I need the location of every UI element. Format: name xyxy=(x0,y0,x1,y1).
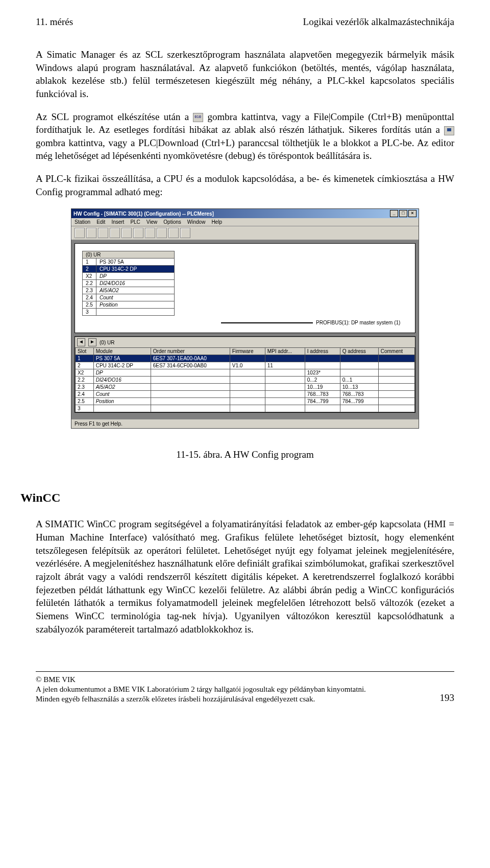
menu-item[interactable]: Help xyxy=(211,219,222,225)
menu-item[interactable]: Insert xyxy=(111,219,124,225)
close-icon[interactable]: × xyxy=(408,210,416,217)
toolbar-button[interactable] xyxy=(168,228,179,238)
maximize-icon[interactable]: □ xyxy=(399,210,407,217)
table-row[interactable]: 2.2DI24/DO160...20...1 xyxy=(76,377,415,384)
status-bar: Press F1 to get Help. xyxy=(71,419,419,428)
toolbar xyxy=(71,226,419,240)
rack-panel: (0) UR 1PS 307 5A2CPU 314C-2 DPX2DP2.2DI… xyxy=(75,243,415,333)
window-title: HW Config - [SIMATIC 300(1) (Configurati… xyxy=(74,211,214,217)
table-row[interactable]: X2DP1023* xyxy=(76,369,415,377)
table-row[interactable]: 3 xyxy=(83,309,175,316)
table-row[interactable]: 1PS 307 5A xyxy=(83,259,175,266)
scroll-right-icon[interactable]: ► xyxy=(88,338,96,346)
toolbar-button[interactable] xyxy=(180,228,190,238)
profibus-line-icon xyxy=(221,322,313,323)
page-number: 193 xyxy=(440,692,455,704)
table-row[interactable]: X2DP xyxy=(83,273,175,280)
paragraph-3: A PLC-k fizikai összeállítása, a CPU és … xyxy=(36,172,454,198)
paragraph-4: A SIMATIC WinCC program segítségével a f… xyxy=(36,518,454,636)
menu-item[interactable]: PLC xyxy=(130,219,140,225)
detail-panel: ◄ ► (0) UR SlotModuleOrder numberFirmwar… xyxy=(75,336,415,413)
window-titlebar[interactable]: HW Config - [SIMATIC 300(1) (Configurati… xyxy=(71,209,419,218)
module-table[interactable]: SlotModuleOrder numberFirmwareMPI addr..… xyxy=(75,347,415,412)
scroll-left-icon[interactable]: ◄ xyxy=(77,338,85,346)
table-row[interactable]: 2CPU 314C-2 DP6ES7 314-6CF00-0AB0V1.011 xyxy=(76,362,415,369)
profibus-label: PROFIBUS(1): DP master system (1) xyxy=(316,320,400,325)
table-row[interactable]: 2.4Count768...783768...783 xyxy=(76,391,415,398)
table-row[interactable]: 2.4Count xyxy=(83,294,175,301)
table-row[interactable]: 2.5Position xyxy=(83,301,175,309)
table-row[interactable]: 2.2DI24/DO16 xyxy=(83,280,175,287)
toolbar-button[interactable] xyxy=(110,228,120,238)
footer-line-2: A jelen dokumentumot a BME VIK Laboratór… xyxy=(36,685,454,694)
footer: © BME VIK A jelen dokumentumot a BME VIK… xyxy=(36,671,454,703)
footer-line-3: Minden egyéb felhasználás a szerzők előz… xyxy=(36,694,454,704)
paragraph-2: Az SCL programot elkészítése után a gomb… xyxy=(36,110,454,163)
compile-icon xyxy=(193,113,203,122)
menu-item[interactable]: Window xyxy=(187,219,206,225)
toolbar-button[interactable] xyxy=(121,228,132,238)
menu-item[interactable]: Options xyxy=(163,219,181,225)
toolbar-button[interactable] xyxy=(98,228,108,238)
menu-item[interactable]: Edit xyxy=(96,219,105,225)
toolbar-button[interactable] xyxy=(75,228,85,238)
table-row[interactable]: 2.3AI5/AO210...1910...13 xyxy=(76,384,415,391)
minimize-icon[interactable]: _ xyxy=(390,210,398,217)
rack-table[interactable]: (0) UR 1PS 307 5A2CPU 314C-2 DPX2DP2.2DI… xyxy=(82,251,175,316)
page-header-left: 11. mérés xyxy=(36,16,73,28)
page-header-right: Logikai vezérlők alkalmazástechnikája xyxy=(303,16,454,28)
hwconfig-window: HW Config - [SIMATIC 300(1) (Configurati… xyxy=(71,208,419,429)
table-row[interactable]: 1PS 307 5A6ES7 307-1EA00-0AA0 xyxy=(76,355,415,362)
toolbar-button[interactable] xyxy=(86,228,96,238)
download-icon xyxy=(444,126,454,135)
toolbar-button[interactable] xyxy=(157,228,167,238)
footer-line-1: © BME VIK xyxy=(36,675,454,685)
figure-caption: 11-15. ábra. A HW Config program xyxy=(36,449,454,460)
section-title-wincc: WinCC xyxy=(20,491,454,505)
toolbar-button[interactable] xyxy=(145,228,155,238)
detail-panel-label: (0) UR xyxy=(100,340,114,345)
menu-item[interactable]: View xyxy=(146,219,158,225)
table-row[interactable]: 2CPU 314C-2 DP xyxy=(83,266,175,273)
table-row[interactable]: 3 xyxy=(76,405,415,412)
menu-item[interactable]: Station xyxy=(75,219,90,225)
toolbar-button[interactable] xyxy=(133,228,143,238)
table-row[interactable]: 2.3AI5/AO2 xyxy=(83,287,175,294)
paragraph-1: A Simatic Manager és az SCL szerkesztőpr… xyxy=(36,48,454,101)
table-row[interactable]: 2.5Position784...799784...799 xyxy=(76,398,415,405)
